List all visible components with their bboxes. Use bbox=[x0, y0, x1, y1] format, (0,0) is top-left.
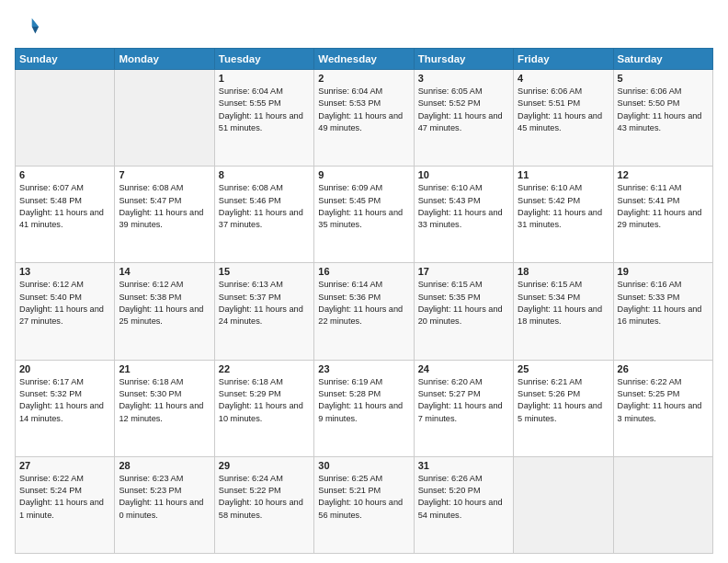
week-row-2: 6Sunrise: 6:07 AM Sunset: 5:48 PM Daylig… bbox=[16, 167, 713, 263]
day-number: 23 bbox=[318, 363, 409, 374]
day-cell: 5Sunrise: 6:06 AM Sunset: 5:50 PM Daylig… bbox=[613, 70, 712, 167]
day-cell: 22Sunrise: 6:18 AM Sunset: 5:29 PM Dayli… bbox=[214, 360, 313, 456]
day-info: Sunrise: 6:08 AM Sunset: 5:46 PM Dayligh… bbox=[219, 182, 310, 231]
calendar-body: 1Sunrise: 6:04 AM Sunset: 5:55 PM Daylig… bbox=[16, 70, 713, 554]
weekday-header-monday: Monday bbox=[115, 49, 214, 70]
day-number: 19 bbox=[618, 266, 709, 277]
day-number: 8 bbox=[219, 169, 310, 180]
day-cell: 24Sunrise: 6:20 AM Sunset: 5:27 PM Dayli… bbox=[414, 360, 513, 456]
day-info: Sunrise: 6:18 AM Sunset: 5:30 PM Dayligh… bbox=[119, 376, 210, 425]
logo-icon bbox=[15, 15, 40, 40]
day-info: Sunrise: 6:14 AM Sunset: 5:36 PM Dayligh… bbox=[318, 279, 409, 327]
day-number: 20 bbox=[19, 363, 110, 374]
calendar-header: SundayMondayTuesdayWednesdayThursdayFrid… bbox=[16, 49, 713, 70]
day-cell: 12Sunrise: 6:11 AM Sunset: 5:41 PM Dayli… bbox=[613, 167, 712, 263]
day-cell: 10Sunrise: 6:10 AM Sunset: 5:43 PM Dayli… bbox=[414, 167, 513, 263]
day-number: 24 bbox=[418, 363, 509, 374]
day-number: 9 bbox=[318, 169, 409, 180]
day-info: Sunrise: 6:06 AM Sunset: 5:50 PM Dayligh… bbox=[618, 86, 709, 134]
day-number: 28 bbox=[119, 460, 210, 471]
day-number: 16 bbox=[318, 266, 409, 277]
day-number: 7 bbox=[119, 169, 210, 180]
day-info: Sunrise: 6:23 AM Sunset: 5:23 PM Dayligh… bbox=[119, 473, 210, 522]
day-cell: 25Sunrise: 6:21 AM Sunset: 5:26 PM Dayli… bbox=[514, 360, 613, 456]
day-cell: 17Sunrise: 6:15 AM Sunset: 5:35 PM Dayli… bbox=[414, 263, 513, 360]
day-info: Sunrise: 6:04 AM Sunset: 5:53 PM Dayligh… bbox=[318, 86, 409, 134]
day-cell: 16Sunrise: 6:14 AM Sunset: 5:36 PM Dayli… bbox=[314, 263, 414, 360]
day-info: Sunrise: 6:10 AM Sunset: 5:42 PM Dayligh… bbox=[518, 182, 609, 231]
day-info: Sunrise: 6:25 AM Sunset: 5:21 PM Dayligh… bbox=[318, 473, 409, 522]
day-number: 18 bbox=[518, 266, 609, 277]
day-cell: 6Sunrise: 6:07 AM Sunset: 5:48 PM Daylig… bbox=[16, 167, 115, 263]
day-cell: 29Sunrise: 6:24 AM Sunset: 5:22 PM Dayli… bbox=[214, 456, 313, 553]
weekday-header-thursday: Thursday bbox=[414, 49, 513, 70]
day-number: 22 bbox=[219, 363, 310, 374]
day-number: 12 bbox=[618, 169, 709, 180]
day-cell: 26Sunrise: 6:22 AM Sunset: 5:25 PM Dayli… bbox=[613, 360, 712, 456]
day-cell: 19Sunrise: 6:16 AM Sunset: 5:33 PM Dayli… bbox=[613, 263, 712, 360]
day-cell: 23Sunrise: 6:19 AM Sunset: 5:28 PM Dayli… bbox=[314, 360, 414, 456]
day-number: 11 bbox=[518, 169, 609, 180]
day-info: Sunrise: 6:07 AM Sunset: 5:48 PM Dayligh… bbox=[19, 182, 110, 231]
day-number: 14 bbox=[119, 266, 210, 277]
week-row-3: 13Sunrise: 6:12 AM Sunset: 5:40 PM Dayli… bbox=[16, 263, 713, 360]
day-cell: 9Sunrise: 6:09 AM Sunset: 5:45 PM Daylig… bbox=[314, 167, 414, 263]
logo bbox=[15, 15, 44, 40]
day-info: Sunrise: 6:22 AM Sunset: 5:25 PM Dayligh… bbox=[618, 376, 709, 425]
day-info: Sunrise: 6:18 AM Sunset: 5:29 PM Dayligh… bbox=[219, 376, 310, 425]
day-cell: 27Sunrise: 6:22 AM Sunset: 5:24 PM Dayli… bbox=[16, 456, 115, 553]
header bbox=[15, 11, 713, 40]
day-info: Sunrise: 6:10 AM Sunset: 5:43 PM Dayligh… bbox=[418, 182, 509, 231]
day-number: 27 bbox=[19, 460, 110, 471]
weekday-header-sunday: Sunday bbox=[16, 49, 115, 70]
day-cell: 1Sunrise: 6:04 AM Sunset: 5:55 PM Daylig… bbox=[214, 70, 313, 167]
day-number: 30 bbox=[318, 460, 409, 471]
day-cell: 7Sunrise: 6:08 AM Sunset: 5:47 PM Daylig… bbox=[115, 167, 214, 263]
day-info: Sunrise: 6:13 AM Sunset: 5:37 PM Dayligh… bbox=[219, 279, 310, 327]
week-row-1: 1Sunrise: 6:04 AM Sunset: 5:55 PM Daylig… bbox=[16, 70, 713, 167]
day-number: 21 bbox=[119, 363, 210, 374]
day-cell: 8Sunrise: 6:08 AM Sunset: 5:46 PM Daylig… bbox=[214, 167, 313, 263]
day-number: 5 bbox=[618, 73, 709, 84]
day-info: Sunrise: 6:22 AM Sunset: 5:24 PM Dayligh… bbox=[19, 473, 110, 522]
day-cell: 4Sunrise: 6:06 AM Sunset: 5:51 PM Daylig… bbox=[514, 70, 613, 167]
day-info: Sunrise: 6:15 AM Sunset: 5:34 PM Dayligh… bbox=[518, 279, 609, 327]
day-cell: 15Sunrise: 6:13 AM Sunset: 5:37 PM Dayli… bbox=[214, 263, 313, 360]
day-number: 31 bbox=[418, 460, 509, 471]
svg-rect-2 bbox=[18, 18, 32, 34]
weekday-header-tuesday: Tuesday bbox=[214, 49, 313, 70]
day-cell bbox=[16, 70, 115, 167]
day-info: Sunrise: 6:12 AM Sunset: 5:38 PM Dayligh… bbox=[119, 279, 210, 327]
week-row-4: 20Sunrise: 6:17 AM Sunset: 5:32 PM Dayli… bbox=[16, 360, 713, 456]
week-row-5: 27Sunrise: 6:22 AM Sunset: 5:24 PM Dayli… bbox=[16, 456, 713, 553]
day-cell: 20Sunrise: 6:17 AM Sunset: 5:32 PM Dayli… bbox=[16, 360, 115, 456]
page: SundayMondayTuesdayWednesdayThursdayFrid… bbox=[0, 0, 728, 563]
day-cell: 18Sunrise: 6:15 AM Sunset: 5:34 PM Dayli… bbox=[514, 263, 613, 360]
day-number: 25 bbox=[518, 363, 609, 374]
weekday-header-saturday: Saturday bbox=[613, 49, 712, 70]
day-info: Sunrise: 6:17 AM Sunset: 5:32 PM Dayligh… bbox=[19, 376, 110, 425]
day-info: Sunrise: 6:26 AM Sunset: 5:20 PM Dayligh… bbox=[418, 473, 509, 522]
day-info: Sunrise: 6:21 AM Sunset: 5:26 PM Dayligh… bbox=[518, 376, 609, 425]
day-number: 13 bbox=[19, 266, 110, 277]
day-info: Sunrise: 6:08 AM Sunset: 5:47 PM Dayligh… bbox=[119, 182, 210, 231]
day-number: 4 bbox=[518, 73, 609, 84]
day-number: 3 bbox=[418, 73, 509, 84]
day-number: 1 bbox=[219, 73, 310, 84]
day-info: Sunrise: 6:06 AM Sunset: 5:51 PM Dayligh… bbox=[518, 86, 609, 134]
calendar-table: SundayMondayTuesdayWednesdayThursdayFrid… bbox=[15, 48, 713, 554]
day-cell: 11Sunrise: 6:10 AM Sunset: 5:42 PM Dayli… bbox=[514, 167, 613, 263]
weekday-header-row: SundayMondayTuesdayWednesdayThursdayFrid… bbox=[16, 49, 713, 70]
day-cell: 3Sunrise: 6:05 AM Sunset: 5:52 PM Daylig… bbox=[414, 70, 513, 167]
day-number: 6 bbox=[19, 169, 110, 180]
day-cell bbox=[115, 70, 214, 167]
day-info: Sunrise: 6:16 AM Sunset: 5:33 PM Dayligh… bbox=[618, 279, 709, 327]
day-cell: 21Sunrise: 6:18 AM Sunset: 5:30 PM Dayli… bbox=[115, 360, 214, 456]
day-number: 10 bbox=[418, 169, 509, 180]
day-info: Sunrise: 6:11 AM Sunset: 5:41 PM Dayligh… bbox=[618, 182, 709, 231]
day-number: 26 bbox=[618, 363, 709, 374]
day-cell: 14Sunrise: 6:12 AM Sunset: 5:38 PM Dayli… bbox=[115, 263, 214, 360]
day-info: Sunrise: 6:20 AM Sunset: 5:27 PM Dayligh… bbox=[418, 376, 509, 425]
day-info: Sunrise: 6:15 AM Sunset: 5:35 PM Dayligh… bbox=[418, 279, 509, 327]
day-cell bbox=[514, 456, 613, 553]
